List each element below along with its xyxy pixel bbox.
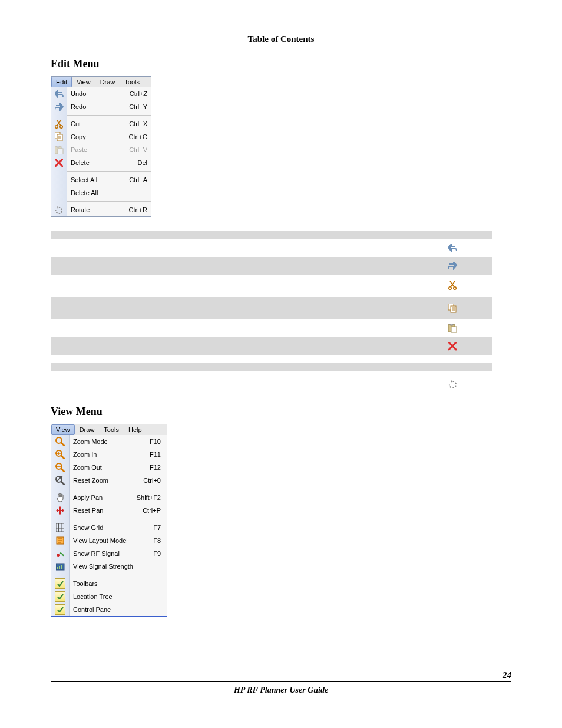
menu-accel: Ctrl+R [129, 206, 147, 213]
menu-item-apply-pan[interactable]: Apply PanShift+F2 [70, 491, 167, 504]
menu-accel: Ctrl+V [129, 146, 147, 153]
control-pane-check-icon [51, 603, 69, 616]
paste-icon [51, 143, 67, 156]
show-grid-icon [51, 521, 69, 534]
menu-accel: Ctrl+P [143, 507, 161, 514]
menu-accel: F7 [153, 524, 161, 531]
menu-item-copy[interactable]: CopyCtrl+C [67, 130, 151, 143]
tab-view[interactable]: View [72, 77, 95, 87]
menu-accel: Ctrl+A [129, 176, 147, 183]
menu-label: Delete All [71, 189, 147, 196]
ref-paste-icon [413, 319, 492, 337]
menu-label: Zoom Out [73, 464, 150, 471]
view-layout-icon [51, 534, 69, 547]
menu-item-location-tree[interactable]: Location Tree [70, 590, 167, 603]
menu-item-zoom-in[interactable]: Zoom InF11 [70, 448, 167, 461]
blank-icon [51, 186, 67, 199]
menu-item-cut[interactable]: CutCtrl+X [67, 117, 151, 130]
view-menu-tabs: View Draw Tools Help [51, 424, 167, 435]
menu-label: Copy [71, 133, 129, 140]
doc-title: HP RF Planner User Guide [51, 682, 511, 695]
menu-item-show-rf[interactable]: Show RF SignalF9 [70, 547, 167, 560]
tab-view-2[interactable]: View [51, 424, 75, 435]
tab-help[interactable]: Help [124, 424, 147, 435]
edit-menu-reference-table [51, 231, 492, 396]
menu-accel: Ctrl+Y [129, 103, 147, 110]
menu-accel: F9 [153, 550, 161, 557]
show-rf-icon [51, 547, 69, 560]
menu-item-view-layout[interactable]: View Layout ModelF8 [70, 534, 167, 547]
ref-rotate-icon [413, 371, 492, 396]
edit-menu-panel: Edit View Draw Tools UndoCtrl+Z [51, 76, 151, 217]
tab-draw[interactable]: Draw [95, 77, 120, 87]
menu-label: Reset Zoom [73, 477, 143, 484]
menu-label: View Signal Strength [73, 563, 161, 570]
copy-icon [51, 130, 67, 143]
menu-accel: F11 [150, 451, 161, 458]
page-footer: 24 HP RF Planner User Guide [51, 670, 511, 695]
menu-accel: F10 [150, 438, 161, 445]
menu-item-zoom-mode[interactable]: Zoom ModeF10 [70, 435, 167, 448]
signal-strength-icon [51, 560, 69, 573]
menu-item-paste: PasteCtrl+V [67, 143, 151, 156]
blank-icon [51, 173, 67, 186]
menu-label: Apply Pan [73, 494, 137, 501]
zoom-mode-icon [51, 435, 69, 448]
menu-label: Toolbars [73, 580, 161, 587]
zoom-out-icon [51, 461, 69, 474]
zoom-in-icon [51, 448, 69, 461]
menu-item-select-all[interactable]: Select AllCtrl+A [67, 173, 151, 186]
menu-label: View Layout Model [73, 537, 153, 544]
menu-label: Show Grid [73, 524, 153, 531]
ref-undo-icon [413, 239, 492, 257]
menu-item-reset-zoom[interactable]: Reset ZoomCtrl+0 [70, 474, 167, 487]
menu-item-rotate[interactable]: RotateCtrl+R [67, 203, 151, 216]
menu-item-undo[interactable]: UndoCtrl+Z [67, 87, 151, 100]
menu-label: Zoom Mode [73, 438, 150, 445]
edit-menu-tabs: Edit View Draw Tools [51, 77, 151, 87]
menu-label: Redo [71, 103, 129, 110]
menu-label: Select All [71, 176, 129, 183]
menu-accel: Ctrl+C [129, 133, 147, 140]
menu-item-zoom-out[interactable]: Zoom OutF12 [70, 461, 167, 474]
menu-label: Zoom In [73, 451, 150, 458]
menu-accel: Ctrl+0 [143, 477, 161, 484]
menu-label: Rotate [71, 206, 129, 213]
tab-edit[interactable]: Edit [51, 77, 72, 87]
reset-pan-icon [51, 504, 69, 517]
tab-draw-2[interactable]: Draw [75, 424, 100, 435]
menu-accel: Shift+F2 [137, 494, 161, 501]
menu-label: Undo [71, 90, 130, 97]
menu-label: Control Pane [73, 606, 161, 613]
delete-icon [51, 156, 67, 169]
tab-tools[interactable]: Tools [120, 77, 144, 87]
ref-redo-icon [413, 257, 492, 275]
toolbars-check-icon [51, 577, 69, 590]
menu-accel: F12 [150, 464, 161, 471]
location-tree-check-icon [51, 590, 69, 603]
page-number: 24 [51, 670, 511, 681]
menu-item-show-grid[interactable]: Show GridF7 [70, 521, 167, 534]
menu-accel: Ctrl+X [129, 120, 147, 127]
reset-zoom-icon [51, 474, 69, 487]
tab-tools-2[interactable]: Tools [99, 424, 124, 435]
apply-pan-icon [51, 491, 69, 504]
menu-accel: Del [137, 159, 147, 166]
menu-label: Paste [71, 146, 129, 153]
ref-delete-icon [413, 337, 492, 355]
menu-item-reset-pan[interactable]: Reset PanCtrl+P [70, 504, 167, 517]
menu-item-delete[interactable]: DeleteDel [67, 156, 151, 169]
menu-label: Delete [71, 159, 137, 166]
menu-label: Show RF Signal [73, 550, 153, 557]
view-menu-panel: View Draw Tools Help [51, 424, 167, 617]
menu-item-delete-all[interactable]: Delete All [67, 186, 151, 199]
ref-copy-icon [413, 297, 492, 319]
menu-item-signal-strength[interactable]: View Signal Strength [70, 560, 167, 573]
menu-item-redo[interactable]: RedoCtrl+Y [67, 100, 151, 113]
menu-item-toolbars[interactable]: Toolbars [70, 577, 167, 590]
undo-icon [51, 87, 67, 100]
view-menu-heading: View Menu [51, 406, 511, 418]
ref-cut-icon [413, 275, 492, 297]
redo-icon [51, 100, 67, 113]
menu-item-control-pane[interactable]: Control Pane [70, 603, 167, 616]
